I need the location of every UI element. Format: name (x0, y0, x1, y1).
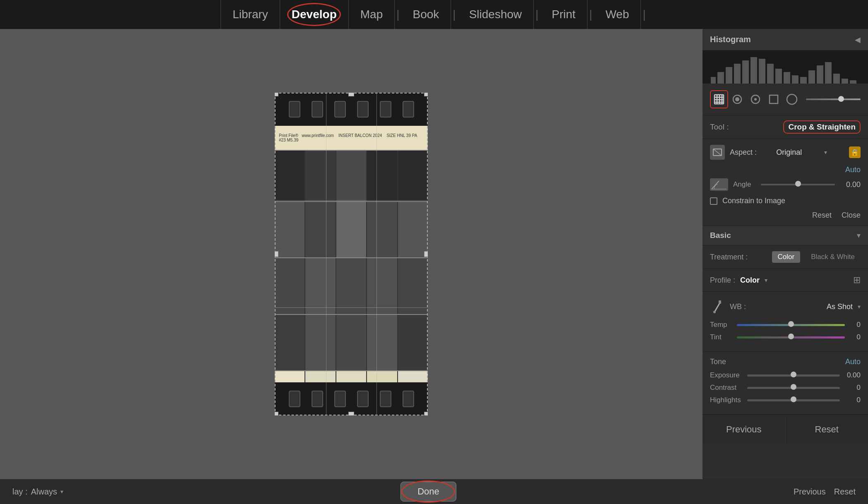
crop-section: Aspect : Original ▾ 🔒 Auto (703, 139, 868, 226)
nav-library[interactable]: Library (221, 0, 280, 29)
lock-icon[interactable]: 🔒 (849, 146, 861, 158)
hist-bar (792, 75, 798, 84)
main-area: Print File® www.printfile.com INSERT BAL… (0, 29, 868, 479)
angle-slider[interactable] (761, 184, 835, 185)
histogram-title: Histogram (710, 35, 751, 44)
crop-tool-icon[interactable] (710, 90, 728, 108)
svg-rect-20 (719, 300, 721, 304)
exposure-value: 0.00 (844, 371, 861, 379)
nav-slideshow[interactable]: Slideshow (458, 0, 534, 29)
heal-tool-icon[interactable] (728, 90, 746, 108)
nav-web[interactable]: Web (594, 0, 641, 29)
wb-row: WB : As Shot ▾ (710, 298, 861, 316)
angle-icon (710, 178, 728, 191)
bottom-previous-label[interactable]: Previous (794, 487, 826, 497)
film-cell (336, 151, 367, 201)
reset-button[interactable]: Reset (812, 211, 832, 220)
tone-label: Tone (710, 358, 726, 366)
bottom-left: lay : Always ▾ (12, 487, 63, 497)
wb-dropdown-arrow[interactable]: ▾ (858, 303, 861, 310)
svg-point-12 (787, 94, 797, 104)
circle-tool-icon[interactable] (783, 90, 801, 108)
contrast-slider[interactable] (747, 387, 840, 389)
hist-bar (808, 70, 815, 84)
radial-tool-icon[interactable] (746, 90, 765, 108)
film-cell (367, 202, 398, 257)
svg-line-14 (713, 149, 722, 156)
highlights-slider[interactable] (747, 399, 840, 401)
sprocket-hole (334, 391, 346, 407)
temp-value: 0 (849, 321, 861, 329)
done-button[interactable]: Done (400, 482, 456, 502)
aspect-left: Aspect : (710, 145, 757, 160)
tool-brightness-slider[interactable] (806, 98, 861, 100)
nav-book[interactable]: Book (401, 0, 451, 29)
tint-value: 0 (849, 333, 861, 341)
profile-value: Color (740, 276, 760, 285)
temp-slider[interactable] (737, 324, 845, 326)
panel-reset-button[interactable]: Reset (786, 415, 868, 444)
histogram-header: Histogram ◀ (703, 29, 868, 50)
display-dropdown-arrow[interactable]: ▾ (60, 488, 63, 495)
nav-items: Library Develop Map | Book | Slideshow |… (221, 0, 647, 29)
bottom-bar: lay : Always ▾ Done Previous Reset (0, 479, 868, 504)
sprocket-hole (403, 391, 414, 407)
hist-bar (775, 69, 782, 84)
aspect-value[interactable]: Original (776, 148, 802, 157)
angle-slider-thumb (795, 181, 801, 187)
film-strip-area: Print File® www.printfile.com INSERT BAL… (275, 126, 428, 382)
sprocket-hole (312, 391, 323, 407)
sprocket-hole (289, 391, 300, 407)
contrast-value: 0 (844, 384, 861, 392)
svg-point-10 (754, 98, 757, 101)
basic-expand-arrow[interactable]: ▾ (857, 231, 861, 240)
basic-section-header[interactable]: Basic ▾ (703, 226, 868, 245)
panel-bottom: Previous Reset (703, 415, 868, 444)
sprocket-bottom (275, 382, 428, 415)
film-cell (398, 371, 428, 382)
display-label: lay : (12, 487, 28, 497)
bottom-center: Done (400, 482, 456, 502)
svg-point-8 (735, 97, 739, 101)
sprocket-top (275, 93, 428, 126)
tool-value: Crop & Straighten (783, 120, 861, 134)
auto-button[interactable]: Auto (845, 166, 861, 174)
tint-slider[interactable] (737, 336, 845, 338)
nav-sep4: | (587, 8, 594, 21)
film-cell (367, 371, 398, 382)
aspect-dropdown-arrow[interactable]: ▾ (824, 149, 827, 156)
constrain-checkbox[interactable] (710, 197, 717, 205)
tone-auto-button[interactable]: Auto (845, 358, 861, 366)
film-cell (305, 151, 336, 201)
angle-label: Angle (733, 180, 756, 189)
highlights-value: 0 (844, 396, 861, 404)
treatment-color-button[interactable]: Color (772, 251, 801, 263)
tint-slider-thumb (788, 334, 794, 339)
close-button[interactable]: Close (842, 211, 861, 220)
film-cell (305, 258, 336, 314)
treatment-bw-button[interactable]: Black & White (805, 251, 861, 263)
film-cell (275, 371, 305, 382)
treatment-row: Treatment : Color Black & White (703, 245, 868, 269)
film-strip-row (275, 258, 428, 314)
nav-develop[interactable]: Develop (280, 0, 349, 29)
bottom-reset-label[interactable]: Reset (834, 487, 856, 497)
exposure-slider[interactable] (747, 374, 840, 377)
tool-slider-thumb (838, 96, 844, 102)
rect-tool-icon[interactable] (765, 90, 783, 108)
hist-bar (717, 72, 724, 84)
histogram-collapse-arrow[interactable]: ◀ (855, 35, 861, 44)
sprocket-hole (357, 101, 369, 118)
eyedropper-icon[interactable] (710, 298, 725, 316)
tint-label: Tint (710, 333, 733, 341)
nav-map[interactable]: Map (349, 0, 395, 29)
aspect-icon (710, 145, 725, 160)
canvas-area: Print File® www.printfile.com INSERT BAL… (0, 29, 703, 479)
nav-print[interactable]: Print (540, 0, 588, 29)
nav-sep2: | (451, 8, 457, 21)
previous-button[interactable]: Previous (703, 415, 786, 444)
profile-grid-icon[interactable]: ⊞ (853, 275, 861, 286)
bottom-right: Previous Reset (794, 487, 856, 497)
film-cell (367, 258, 398, 314)
profile-dropdown-arrow[interactable]: ▾ (765, 277, 767, 283)
